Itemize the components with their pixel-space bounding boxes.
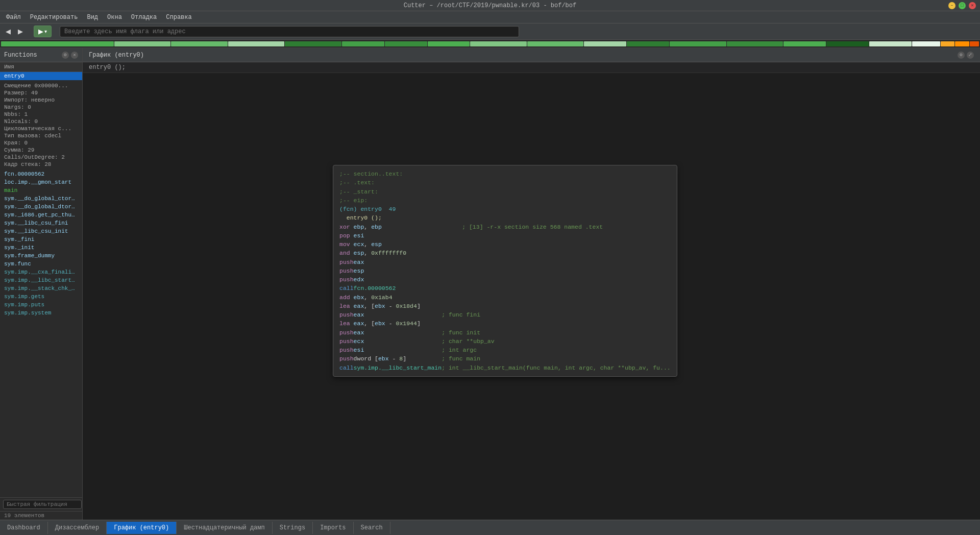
main-area: Functions ⚙ ✕ Имя entry0 Смещение 0x0000… [0, 48, 980, 520]
tab-disassembler[interactable]: Дизассемблер [48, 522, 107, 534]
func-item-dtors[interactable]: sym.__do_global_dtors_aux [0, 203, 82, 211]
func-item-stack-chk[interactable]: sym.imp.__stack_chk_fail [0, 284, 82, 293]
func-item-csu-fini[interactable]: sym.__libc_csu_fini [0, 219, 82, 227]
instr-push-eax-init: push eax ; func init [339, 328, 671, 337]
progress-segments [1, 41, 979, 46]
forward-button[interactable]: ▶ [15, 26, 26, 37]
func-item-csu-init[interactable]: sym.__libc_csu_init [0, 227, 82, 235]
detail-edges: Края: 0 [4, 139, 78, 147]
detail-size: Размер: 49 [4, 89, 78, 96]
graph-settings-icon[interactable]: ⚙ [958, 52, 965, 59]
asm-comment-3: ;-- _start: [339, 187, 671, 196]
run-button[interactable]: ▶ ▾ [34, 26, 52, 37]
graph-title: График (entry0) [89, 52, 144, 59]
func-item-entry0[interactable]: entry0 [0, 72, 82, 80]
func-item-libc-start[interactable]: sym.imp.__libc_start_main [0, 276, 82, 284]
maximize-button[interactable]: □ [959, 2, 966, 9]
func-item-fcn[interactable]: fcn.00000562 [0, 170, 82, 178]
sidebar-header: Functions ⚙ ✕ [0, 48, 82, 62]
sidebar: Functions ⚙ ✕ Имя entry0 Смещение 0x0000… [0, 48, 83, 520]
asm-comment-1: ;-- section..text: [339, 169, 671, 178]
run-dropdown-icon: ▾ [44, 29, 47, 34]
progressbar-area [0, 40, 980, 48]
menu-file[interactable]: Файл [2, 13, 25, 22]
tab-strings[interactable]: Strings [273, 522, 313, 534]
asm-func-name: entry0 (); [339, 213, 671, 222]
func-item-gets[interactable]: sym.imp.gets [0, 293, 82, 301]
graph-header: График (entry0) ⚙ ⤢ [83, 48, 980, 62]
func-item-func[interactable]: sym.func [0, 260, 82, 268]
instr-push-ecx-ubp: push ecx ; char **ubp_av [339, 337, 671, 346]
detail-cyclomatic: Цикломатическая с... [4, 125, 78, 132]
menu-windows[interactable]: Окна [103, 13, 126, 22]
func-item-frame-dummy[interactable]: sym.frame_dummy [0, 252, 82, 260]
instr-push-eax-1: push eax [339, 258, 671, 266]
function-list: fcn.00000562 loc.imp.__gmon_start main s… [0, 170, 82, 497]
instr-push-esp: push esp [339, 266, 671, 275]
func-item-ctors[interactable]: sym.__do_global_ctors_aux [0, 194, 82, 203]
tab-dashboard[interactable]: Dashboard [0, 522, 48, 534]
sidebar-title: Functions [4, 52, 37, 59]
instr-pop-esi: pop esi [339, 231, 671, 240]
func-item-system[interactable]: sym.imp.system [0, 309, 82, 317]
toolbar: ◀ ▶ ▶ ▾ [0, 23, 980, 40]
detail-sum: Сумма: 29 [4, 147, 78, 154]
minimize-button[interactable]: – [948, 2, 955, 9]
graph-canvas[interactable]: ;-- section..text: ;-- .text: ;-- _start… [83, 73, 980, 520]
sidebar-settings-icon[interactable]: ⚙ [62, 52, 69, 59]
filter-bar: ✕ [0, 497, 82, 511]
tab-imports[interactable]: Imports [313, 522, 353, 534]
window-controls: – □ ✕ [948, 2, 976, 9]
func-item-cxa[interactable]: sym.imp.__cxa_finalize [0, 268, 82, 276]
func-item-i686[interactable]: sym._i686.get_pc_thunk.bx [0, 211, 82, 219]
instr-push-dword-main: push dword [ebx - 8] ; func main [339, 354, 671, 363]
window-title: Cutter – /root/CTF/2019/pwnable.kr/03 - … [404, 2, 576, 9]
run-icon: ▶ [38, 28, 43, 35]
detail-offset: Смещение 0x00000... [4, 82, 78, 89]
tab-hexdump[interactable]: Шестнадцатеричный дамп [177, 522, 272, 534]
detail-nargs: Nargs: 0 [4, 104, 78, 111]
func-item-gmon[interactable]: loc.imp.__gmon_start [0, 178, 82, 186]
close-button[interactable]: ✕ [969, 2, 976, 9]
menu-view[interactable]: Вид [83, 13, 102, 22]
menu-edit[interactable]: Редактировать [26, 13, 82, 22]
tab-search[interactable]: Search [354, 522, 390, 534]
detail-calls: Calls/OutDegree: 2 [4, 154, 78, 161]
address-bar[interactable] [60, 26, 519, 37]
menubar: Файл Редактировать Вид Окна Отладка Спра… [0, 11, 980, 23]
bottom-tabs: Dashboard Дизассемблер График (entry0) Ш… [0, 520, 980, 535]
filter-input[interactable] [3, 500, 82, 509]
instr-xor: xor ebp, ebp ; [13] -r-x section size 56… [339, 223, 671, 231]
instr-push-edx: push edx [339, 275, 671, 284]
asm-node: ;-- section..text: ;-- .text: ;-- _start… [333, 165, 677, 377]
instr-lea-eax-18d4: lea eax, [ebx - 0x18d4] [339, 302, 671, 310]
tab-graph[interactable]: График (entry0) [107, 522, 177, 534]
element-count: 19 элементов [0, 511, 82, 520]
instr-call-libc-start: call sym.imp.__libc_start_main ; int __l… [339, 363, 671, 372]
func-item-puts[interactable]: sym.imp.puts [0, 301, 82, 309]
menu-debug[interactable]: Отладка [127, 13, 161, 22]
titlebar: Cutter – /root/CTF/2019/pwnable.kr/03 - … [0, 0, 980, 11]
instr-lea-eax-1944: lea eax, [ebx - 0x1944] [339, 319, 671, 328]
func-details: Смещение 0x00000... Размер: 49 Импорт: н… [0, 80, 82, 170]
asm-instructions: xor ebp, ebp ; [13] -r-x section size 56… [339, 223, 671, 372]
asm-func-header: (fcn) entry0 49 [339, 205, 671, 213]
func-item-init[interactable]: sym._init [0, 244, 82, 252]
detail-calltype: Тип вызова: cdecl [4, 132, 78, 139]
instr-and-esp: and esp, 0xfffffff0 [339, 249, 671, 257]
func-item-main[interactable]: main [0, 186, 82, 194]
graph-expand-icon[interactable]: ⤢ [967, 52, 974, 59]
instr-push-eax-fini: push eax ; func fini [339, 310, 671, 319]
instr-add-ebx: add ebx, 0x1ab4 [339, 293, 671, 302]
func-item-fini[interactable]: sym._fini [0, 235, 82, 244]
col-header: Имя [0, 62, 82, 72]
instr-push-esi-argc: push esi ; int argc [339, 346, 671, 354]
instr-call-fcn: call fcn.00000562 [339, 284, 671, 293]
asm-comment-4: ;-- eip: [339, 196, 671, 205]
detail-import: Импорт: неверно [4, 96, 78, 104]
menu-help[interactable]: Справка [162, 13, 195, 22]
sidebar-close-icon[interactable]: ✕ [71, 52, 78, 59]
detail-stackframe: Кадр стека: 28 [4, 161, 78, 168]
detail-nbbs: Nbbs: 1 [4, 111, 78, 118]
back-button[interactable]: ◀ [3, 26, 13, 37]
